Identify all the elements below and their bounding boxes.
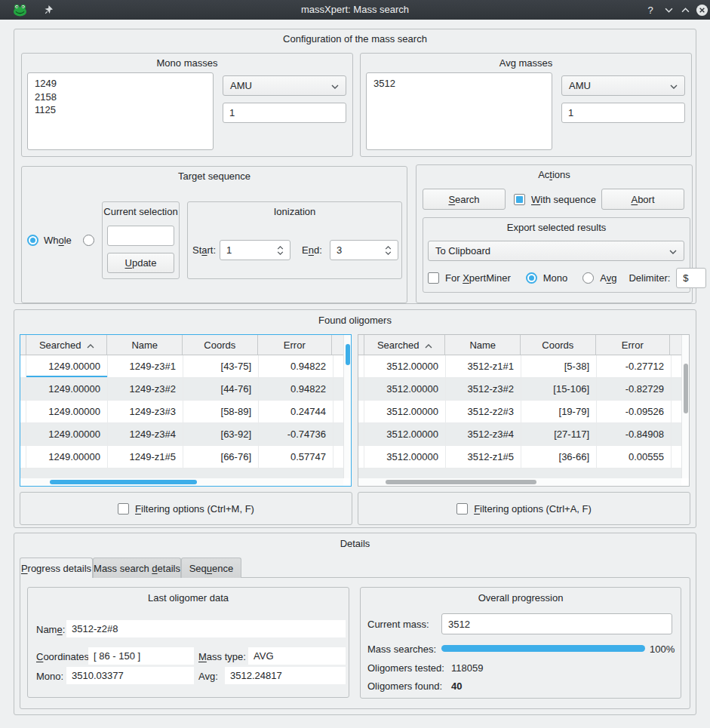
tab-progress-details[interactable]: Progress details [20,558,93,578]
mono-unit-combobox[interactable]: AMU [223,75,346,96]
cell-coords[interactable]: [27-117] [521,423,597,445]
export-mono-radio[interactable] [526,272,537,284]
minimize-button[interactable] [661,3,676,17]
current-selection-input[interactable] [107,226,174,246]
update-button[interactable]: Update [107,253,174,273]
cell-coords[interactable]: [36-66] [521,446,597,468]
scrollbar-thumb[interactable] [346,344,350,365]
cell-name[interactable]: 3512-z3#2 [446,378,521,400]
scrollbar-thumb[interactable] [684,364,688,413]
ionization-end-spinbox[interactable]: 3 [330,240,398,260]
table-row[interactable]: 1249.00000 1249-z3#2 [44-76] 0.94822 [20,378,351,401]
maximize-button[interactable] [678,3,693,17]
cell-name[interactable]: 1249-z3#3 [108,401,183,422]
export-destination-combobox[interactable]: To Clipboard [428,241,684,261]
col-name[interactable]: Name [107,335,183,355]
col-searched[interactable]: Searched [364,335,446,355]
cell-name[interactable]: 3512-z3#4 [446,423,521,445]
mono-tolerance-input[interactable]: 1 [223,103,346,123]
table-row[interactable]: 3512.00000 3512-z3#4 [27-117] -0.84908 [358,423,689,446]
table-row[interactable]: 3512.00000 3512-z2#3 [19-79] -0.09526 [358,401,689,423]
cell-searched[interactable]: 3512.00000 [364,355,446,377]
cell-searched[interactable]: 1249.00000 [26,378,108,400]
scrollbar-thumb[interactable] [386,480,536,484]
whole-radio[interactable] [27,235,38,246]
table-header[interactable]: Searched Name Coords Error [20,335,343,355]
cell-searched[interactable]: 3512.00000 [364,423,446,445]
mono-results-table[interactable]: Searched Name Coords Error 1249.00000 12… [20,334,352,487]
table-row[interactable]: 1249.00000 1249-z3#4 [63-92] -0.74736 [20,423,351,446]
col-error[interactable]: Error [596,335,671,355]
cell-error[interactable]: -0.82729 [597,378,672,400]
cell-searched[interactable]: 1249.00000 [26,355,108,377]
table-row[interactable]: 3512.00000 3512-z1#5 [36-66] 0.00555 [358,446,689,468]
mono-masses-input[interactable]: 1249 2158 1125 [27,72,214,150]
cell-error[interactable]: 0.00555 [597,446,672,468]
mono-filtering-checkbox[interactable] [118,503,129,515]
cell-error[interactable]: -0.27712 [597,355,672,377]
vertical-scrollbar[interactable] [681,335,689,478]
search-button[interactable]: Search [423,189,506,210]
cell-name[interactable]: 1249-z3#1 [108,355,183,377]
cell-coords[interactable]: [19-79] [521,401,597,422]
cell-searched[interactable]: 3512.00000 [364,378,446,400]
cell-error[interactable]: 0.94822 [259,378,333,400]
cell-coords[interactable]: [43-75] [183,355,259,377]
avg-unit-combobox[interactable]: AMU [561,75,685,96]
avg-results-table[interactable]: Searched Name Coords Error 3512.00000 35… [358,334,690,487]
current-mass-input[interactable]: 3512 [441,613,672,634]
ionization-start-spinbox[interactable]: 1 [220,240,290,260]
cell-error[interactable]: -0.09526 [597,401,672,422]
spinner-arrows-icon[interactable] [385,246,392,255]
col-searched[interactable]: Searched [26,335,108,355]
cell-searched[interactable]: 1249.00000 [26,446,108,468]
tab-mass-search-details[interactable]: Mass search details [93,558,181,578]
table-header[interactable]: Searched Name Coords Error [358,335,681,355]
cell-coords[interactable]: [5-38] [521,355,597,377]
avg-tolerance-input[interactable]: 1 [561,103,685,123]
table-row[interactable]: 1249.00000 1249-z1#5 [66-76] 0.57747 [20,446,351,468]
col-coords[interactable]: Coords [521,335,596,355]
table-row[interactable]: 1249.00000 1249-z3#1 [43-75] 0.94822 [20,355,351,378]
help-button[interactable]: ? [643,3,658,17]
for-xpertminer-checkbox[interactable] [428,272,439,284]
delimiter-input[interactable]: $ [676,268,706,288]
table-row[interactable]: 3512.00000 3512-z1#1 [5-38] -0.27712 [358,355,689,378]
vertical-scrollbar[interactable] [343,335,351,478]
cell-name[interactable]: 1249-z3#2 [108,378,183,400]
cell-name[interactable]: 3512-z1#1 [446,355,521,377]
cell-coords[interactable]: [15-106] [521,378,597,400]
horizontal-scrollbar[interactable] [20,478,343,486]
scrollbar-thumb[interactable] [50,480,197,484]
cell-error[interactable]: 0.94822 [259,355,333,377]
cell-name[interactable]: 3512-z1#5 [446,446,521,468]
cell-searched[interactable]: 3512.00000 [364,446,446,468]
export-avg-radio[interactable] [582,272,594,284]
cell-error[interactable]: -0.74736 [259,423,333,445]
col-coords[interactable]: Coords [183,335,258,355]
cell-error[interactable]: 0.24744 [259,401,333,422]
avg-filtering-checkbox[interactable] [456,503,468,515]
with-sequence-checkbox[interactable] [514,194,525,205]
abort-button[interactable]: Abort [601,189,684,210]
col-error[interactable]: Error [258,335,333,355]
table-row[interactable]: 3512.00000 3512-z3#2 [15-106] -0.82729 [358,378,689,401]
cell-searched[interactable]: 3512.00000 [364,401,446,422]
spinner-arrows-icon[interactable] [277,246,284,255]
table-row[interactable]: 1249.00000 1249-z3#3 [58-89] 0.24744 [20,401,351,423]
tab-sequence[interactable]: Sequence [181,558,241,578]
cell-coords[interactable]: [66-76] [183,446,259,468]
cell-searched[interactable]: 1249.00000 [26,423,108,445]
cell-coords[interactable]: [44-76] [183,378,259,400]
cell-name[interactable]: 1249-z3#4 [108,423,183,445]
cell-coords[interactable]: [63-92] [183,423,259,445]
cell-searched[interactable]: 1249.00000 [26,401,108,422]
selection-radio[interactable] [83,235,94,246]
cell-name[interactable]: 1249-z1#5 [108,446,183,468]
cell-coords[interactable]: [58-89] [183,401,259,422]
cell-error[interactable]: -0.84908 [597,423,672,445]
avg-masses-input[interactable]: 3512 [366,72,552,150]
titlebar[interactable]: massXpert: Mass search ? [0,0,710,20]
horizontal-scrollbar[interactable] [358,478,681,486]
close-button[interactable] [694,3,709,17]
